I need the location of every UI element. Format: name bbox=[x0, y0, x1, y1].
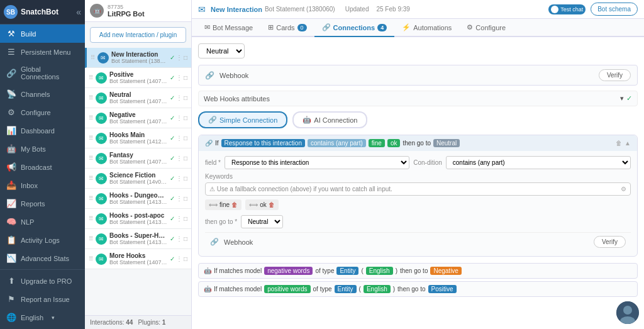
expand-icon[interactable]: □ bbox=[184, 74, 187, 81]
sidebar-item-global-connections[interactable]: 🔗 Global Connections bbox=[0, 61, 85, 85]
more-icon[interactable]: ⋮ bbox=[176, 74, 182, 81]
tab-configure[interactable]: ⚙ Configure bbox=[459, 19, 513, 37]
list-item[interactable]: ⠿ ✉ Hooks Main Bot Statement (1412229) ✓… bbox=[85, 128, 191, 148]
connection-type-row: 🔗 Simple Connection 🤖 AI Connection bbox=[198, 111, 638, 128]
more-icon[interactable]: ⋮ bbox=[176, 235, 182, 242]
expand-icon[interactable]: □ bbox=[184, 215, 187, 222]
bot-schema-button[interactable]: Bot schema bbox=[591, 3, 638, 16]
tab-connections[interactable]: 🔗 Connections 4 bbox=[314, 19, 395, 37]
expand-icon[interactable]: □ bbox=[184, 135, 187, 142]
sidebar-item-broadcast[interactable]: 📢 Broadcast bbox=[0, 158, 85, 176]
field-select[interactable]: Response to this interaction bbox=[225, 156, 409, 169]
expand-icon[interactable]: □ bbox=[184, 255, 187, 262]
drag-handle-icon: ⠿ bbox=[89, 195, 93, 202]
sidebar-item-report-issue[interactable]: ⚑ Report an Issue bbox=[0, 290, 85, 308]
interaction-info: Neutral Bot Statement (1407635) bbox=[109, 91, 167, 104]
add-interaction-button[interactable]: Add new Interaction / plugin bbox=[90, 27, 186, 43]
expand-icon[interactable]: □ bbox=[184, 175, 187, 182]
expand-icon[interactable]: □ bbox=[184, 235, 187, 242]
interaction-actions: ✓ ⋮ □ bbox=[170, 195, 187, 202]
tab-automations[interactable]: ⚡ Automations bbox=[394, 19, 459, 37]
sidebar-item-nlp[interactable]: 🧠 NLP bbox=[0, 213, 85, 231]
sidebar-item-dashboard[interactable]: 📊 Dashboard bbox=[0, 121, 85, 140]
list-item[interactable]: ⠿ ✉ Hooks - Dungeon P... Bot Statement (… bbox=[85, 189, 191, 209]
expand-icon[interactable]: □ bbox=[184, 94, 187, 101]
more-icon[interactable]: ⋮ bbox=[176, 114, 182, 121]
more-icon[interactable]: ⋮ bbox=[176, 155, 182, 162]
tab-cards[interactable]: ⊞ Cards 0 bbox=[260, 19, 314, 37]
sidebar-item-inbox[interactable]: 📥 Inbox bbox=[0, 176, 85, 194]
delete-keyword-icon[interactable]: 🗑 bbox=[231, 201, 238, 208]
sidebar-header: SB SnatchBot « bbox=[0, 0, 85, 25]
sidebar-item-activity-logs[interactable]: 📋 Activity Logs bbox=[0, 231, 85, 249]
then-label: then go to bbox=[397, 286, 425, 293]
gear-icon[interactable]: ⚙ bbox=[621, 186, 626, 192]
ai-rule-row: 🤖 If matches model positive words of typ… bbox=[198, 281, 638, 297]
sidebar-item-build[interactable]: ⚒ Build bbox=[0, 25, 85, 43]
tab-label: Bot Message bbox=[213, 24, 253, 31]
interaction-name: More Hooks bbox=[109, 252, 167, 259]
negative-dest-chip: Negative bbox=[430, 267, 461, 275]
more-icon[interactable]: ⋮ bbox=[176, 94, 182, 101]
expand-icon[interactable]: □ bbox=[184, 155, 187, 162]
user-avatar bbox=[616, 301, 639, 324]
globe-icon: 🌐 bbox=[6, 313, 16, 322]
tab-bot-message[interactable]: ✉ Bot Message bbox=[197, 19, 260, 37]
sidebar-item-balance[interactable]: $ Balance 50 bbox=[0, 326, 85, 329]
list-item[interactable]: ⠿ ✉ Books - Super-Hero Bot Statement (14… bbox=[85, 229, 191, 249]
sidebar-item-channels[interactable]: 📡 Channels bbox=[0, 85, 85, 103]
delete-icon[interactable]: 🗑 bbox=[616, 140, 622, 147]
web-hooks-attributes[interactable]: Web Hooks attributes ▾ ✓ bbox=[198, 91, 638, 106]
more-icon[interactable]: ⋮ bbox=[176, 215, 182, 222]
collapse-icon[interactable]: ▲ bbox=[625, 140, 631, 147]
interaction-info: Science Fiction Bot Statement (14v048) bbox=[109, 172, 167, 185]
condition-select[interactable]: contains (any part) bbox=[446, 156, 631, 169]
expand-icon[interactable]: □ bbox=[184, 54, 187, 61]
test-chat-toggle[interactable]: Test chat bbox=[548, 4, 586, 14]
lang-chip: English bbox=[364, 285, 391, 293]
more-icon[interactable]: ⋮ bbox=[176, 195, 182, 202]
neutral-select[interactable]: Neutral bbox=[198, 43, 245, 59]
delete-keyword-icon[interactable]: 🗑 bbox=[269, 201, 275, 208]
sidebar-item-my-bots[interactable]: 🤖 My Bots bbox=[0, 140, 85, 158]
sidebar-item-reports[interactable]: 📈 Reports bbox=[0, 194, 85, 213]
list-item[interactable]: ⠿ ✉ New Interaction Bot Statement (13800… bbox=[85, 48, 191, 68]
more-icon[interactable]: ⋮ bbox=[176, 255, 182, 262]
list-item[interactable]: ⠿ ✉ Fantasy Bot Statement (1407637) ✓ ⋮ … bbox=[85, 148, 191, 169]
keywords-input[interactable]: ⚠ Use a fallback connection (above) if y… bbox=[205, 182, 631, 196]
list-item[interactable]: ⠿ ✉ Neutral Bot Statement (1407635) ✓ ⋮ … bbox=[85, 88, 191, 108]
arrows-icon: ⟺ bbox=[209, 201, 218, 208]
list-item[interactable]: ⠿ ✉ Positive Bot Statement (1407634) ✓ ⋮… bbox=[85, 68, 191, 88]
sidebar-item-upgrade[interactable]: ⬆ Upgrade to PRO bbox=[0, 272, 85, 290]
entity-chip: Entity bbox=[336, 267, 358, 275]
more-icon[interactable]: ⋮ bbox=[176, 135, 182, 142]
list-item[interactable]: ⠿ ✉ Hooks - post-apoc Bot Statement (141… bbox=[85, 209, 191, 229]
more-icon[interactable]: ⋮ bbox=[176, 54, 182, 61]
more-icon[interactable]: ⋮ bbox=[176, 175, 182, 182]
list-item[interactable]: ⠿ ✉ Negative Bot Statement (1407636) ✓ ⋮… bbox=[85, 108, 191, 128]
list-item[interactable]: ⠿ ✉ Science Fiction Bot Statement (14v04… bbox=[85, 169, 191, 189]
list-item[interactable]: ⠿ ✉ More Hooks Bot Statement (1407638) ✓… bbox=[85, 249, 191, 269]
drag-handle-icon: ⠿ bbox=[89, 74, 93, 81]
sidebar-item-language[interactable]: 🌐 English ▾ bbox=[0, 308, 85, 326]
then-go-select[interactable]: Neutral bbox=[241, 215, 283, 228]
sidebar-item-advanced-stats[interactable]: 📉 Advanced Stats bbox=[0, 249, 85, 267]
connection-rule-card: 🔗 If Response to this interaction contai… bbox=[198, 135, 638, 257]
expand-icon[interactable]: □ bbox=[184, 114, 187, 121]
chat-icon: ✉ bbox=[198, 4, 206, 14]
verify-button-2[interactable]: Verify bbox=[594, 236, 626, 248]
ai-connection-button[interactable]: 🤖 AI Connection bbox=[292, 111, 367, 128]
sidebar-collapse-icon[interactable]: « bbox=[76, 7, 81, 17]
drag-handle-icon: ⠿ bbox=[89, 255, 93, 262]
sidebar-item-label: Inbox bbox=[21, 182, 38, 189]
conn-card-body: field * Response to this interaction Con… bbox=[199, 151, 637, 256]
tab-label: Cards bbox=[276, 24, 294, 31]
verify-button[interactable]: Verify bbox=[599, 69, 631, 81]
top-bar-actions: Test chat Bot schema bbox=[548, 3, 638, 16]
expand-icon[interactable]: □ bbox=[184, 195, 187, 202]
simple-connection-button[interactable]: 🔗 Simple Connection bbox=[198, 111, 287, 128]
sidebar-item-persistent-menu[interactable]: ☰ Persistent Menu bbox=[0, 43, 85, 61]
sidebar-item-configure[interactable]: ⚙ Configure bbox=[0, 103, 85, 121]
chevron-down-icon: ▾ bbox=[620, 94, 624, 103]
interaction-name: Hooks Main bbox=[109, 131, 167, 138]
